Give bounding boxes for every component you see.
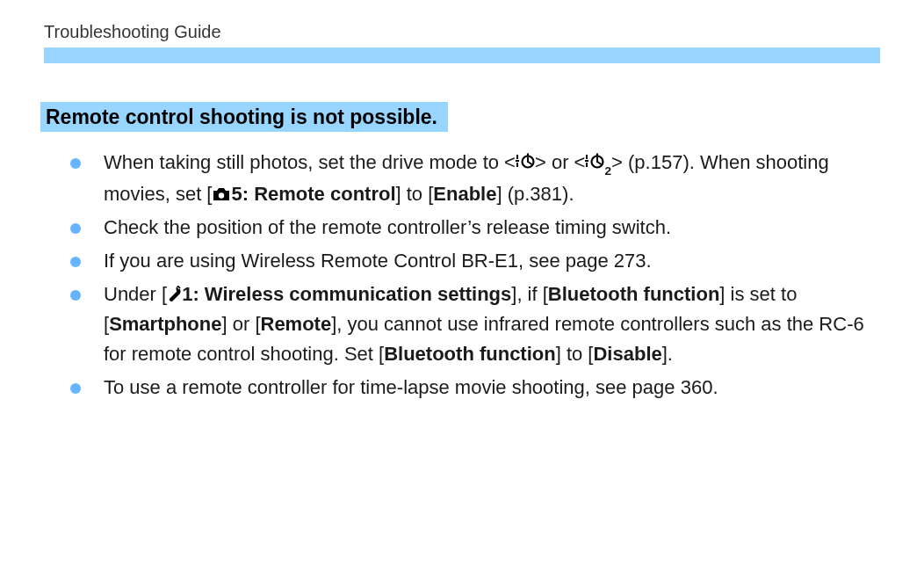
list-item: Under [1: Wireless communication setting… bbox=[70, 279, 880, 369]
body-text: ] to [ bbox=[556, 343, 594, 365]
menu-option-label: 1: Wireless communication settings bbox=[182, 283, 511, 305]
body-text: If you are using Wireless Remote Control… bbox=[104, 250, 652, 272]
subscript-2: 2 bbox=[604, 164, 611, 178]
option-value: Remote bbox=[261, 313, 332, 335]
troubleshooting-list: When taking still photos, set the drive … bbox=[70, 148, 880, 403]
page-header-title: Troubleshooting Guide bbox=[44, 22, 880, 42]
option-value: Enable bbox=[433, 183, 496, 205]
svg-rect-0 bbox=[516, 155, 518, 159]
body-text: ] (p.381). bbox=[496, 183, 574, 205]
svg-point-14 bbox=[219, 192, 224, 198]
body-text: ]. bbox=[662, 343, 673, 365]
body-text: > or < bbox=[535, 151, 585, 173]
svg-rect-7 bbox=[586, 155, 588, 159]
document-page: Troubleshooting Guide Remote control sho… bbox=[0, 0, 924, 403]
svg-rect-1 bbox=[516, 160, 519, 162]
body-text: ], if [ bbox=[511, 283, 548, 305]
header-divider-bar bbox=[44, 47, 880, 63]
menu-option-label: 5: Remote control bbox=[231, 183, 395, 205]
body-text: To use a remote controller for time-laps… bbox=[104, 376, 718, 398]
svg-line-5 bbox=[528, 162, 531, 164]
option-value: Smartphone bbox=[109, 313, 221, 335]
list-item: To use a remote controller for time-laps… bbox=[70, 373, 880, 403]
option-value: Bluetooth function bbox=[548, 283, 720, 305]
body-text: ] to [ bbox=[396, 183, 434, 205]
body-text: Check the position of the remote control… bbox=[104, 216, 671, 238]
remote-self-timer-2s-icon bbox=[585, 153, 604, 170]
list-item: If you are using Wireless Remote Control… bbox=[70, 246, 880, 276]
option-value: Disable bbox=[593, 343, 661, 365]
svg-rect-9 bbox=[586, 163, 588, 167]
list-item: When taking still photos, set the drive … bbox=[70, 148, 880, 209]
svg-rect-2 bbox=[516, 163, 518, 167]
body-text: Under [ bbox=[104, 283, 167, 305]
wrench-menu-icon bbox=[167, 286, 182, 302]
remote-self-timer-icon bbox=[516, 153, 535, 170]
svg-rect-8 bbox=[585, 160, 588, 162]
camera-menu-icon bbox=[212, 187, 231, 202]
list-item: Check the position of the remote control… bbox=[70, 213, 880, 243]
option-value: Bluetooth function bbox=[384, 343, 556, 365]
section-heading: Remote control shooting is not possible. bbox=[40, 102, 448, 132]
body-text: ] or [ bbox=[221, 313, 260, 335]
body-text: When taking still photos, set the drive … bbox=[104, 151, 516, 173]
svg-line-12 bbox=[597, 162, 601, 164]
